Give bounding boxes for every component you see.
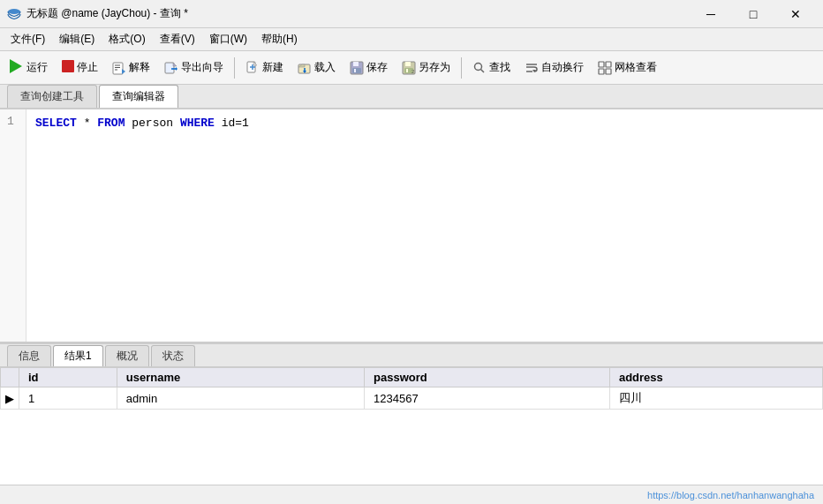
run-icon <box>10 59 24 76</box>
menu-view[interactable]: 查看(V) <box>153 30 202 49</box>
header-password: password <box>365 368 610 387</box>
load-label: 载入 <box>314 60 336 75</box>
sql-editor-area[interactable]: 1 SELECT * FROM person WHERE id=1 <box>0 109 823 343</box>
export-label: 导出向导 <box>181 60 223 75</box>
svg-marker-7 <box>173 63 177 66</box>
bottom-tabs-bar: 信息 结果1 概况 状态 <box>0 344 823 367</box>
restore-button[interactable]: □ <box>733 2 774 26</box>
status-bar: https://blog.csdn.net/hanhanwanghaha <box>0 485 823 504</box>
stop-button[interactable]: 停止 <box>56 56 104 79</box>
explain-label: 解释 <box>129 60 150 75</box>
editor-tabs-bar: 查询创建工具 查询编辑器 <box>0 85 823 109</box>
sql-star: * <box>84 117 98 130</box>
tab-query-builder[interactable]: 查询创建工具 <box>7 85 97 108</box>
line-number-1: 1 <box>7 115 19 128</box>
svg-point-26 <box>475 63 482 70</box>
results-area: id username password address ▶ 1 admin 1… <box>0 367 823 485</box>
autowrap-label: 自动换行 <box>541 60 584 75</box>
header-pointer <box>1 368 19 387</box>
svg-line-27 <box>481 69 485 72</box>
app-icon <box>7 7 21 21</box>
tab-status[interactable]: 状态 <box>151 345 195 366</box>
keyword-from: FROM <box>97 117 125 130</box>
svg-rect-6 <box>165 63 174 73</box>
save-button[interactable]: 保存 <box>344 56 394 79</box>
keyword-select: SELECT <box>35 117 77 130</box>
new-button[interactable]: 新建 <box>239 56 290 79</box>
line-numbers: 1 <box>0 109 26 342</box>
svg-rect-33 <box>606 62 611 67</box>
svg-rect-32 <box>599 62 604 67</box>
menu-file[interactable]: 文件(F) <box>4 30 52 49</box>
menu-window[interactable]: 窗口(W) <box>202 30 254 49</box>
svg-rect-34 <box>599 69 604 74</box>
export-button[interactable]: 导出向导 <box>158 56 230 79</box>
tab-profile[interactable]: 概况 <box>105 345 149 366</box>
menu-edit[interactable]: 编辑(E) <box>52 30 102 49</box>
sql-line-1: SELECT * FROM person WHERE id=1 <box>35 115 814 133</box>
tab-results1[interactable]: 结果1 <box>53 345 103 366</box>
title-bar: 无标题 @name (JayChou) - 查询 * ─ □ ✕ <box>0 0 823 28</box>
keyword-where: WHERE <box>180 117 215 130</box>
menu-bar: 文件(F) 编辑(E) 格式(O) 查看(V) 窗口(W) 帮助(H) <box>0 28 823 51</box>
menu-help[interactable]: 帮助(H) <box>254 30 305 49</box>
save-icon <box>350 61 364 75</box>
gridview-label: 网格查看 <box>615 60 657 75</box>
grid-icon <box>598 61 612 75</box>
new-label: 新建 <box>262 60 283 75</box>
search-icon <box>472 61 487 75</box>
sql-editor-content[interactable]: SELECT * FROM person WHERE id=1 <box>26 109 823 342</box>
tab-info[interactable]: 信息 <box>7 345 51 366</box>
stop-label: 停止 <box>77 60 98 75</box>
separator-1 <box>234 57 235 79</box>
row-pointer: ▶ <box>1 387 19 410</box>
svg-rect-18 <box>353 62 359 66</box>
header-id: id <box>19 368 117 387</box>
window-title: 无标题 @name (JayChou) - 查询 * <box>26 6 691 21</box>
toolbar: 运行 停止 解释 导出向导 <box>0 51 823 85</box>
menu-format[interactable]: 格式(O) <box>102 30 152 49</box>
svg-rect-24 <box>406 69 408 72</box>
find-label: 查找 <box>489 60 510 75</box>
sql-table-name: person <box>132 117 180 130</box>
autowrap-button[interactable]: 自动换行 <box>518 56 590 79</box>
sql-condition: id=1 <box>222 117 249 130</box>
results-table: id username password address ▶ 1 admin 1… <box>0 367 823 410</box>
saveas-icon: 2 <box>402 61 416 75</box>
bottom-panel: 信息 结果1 概况 状态 id username password addres… <box>0 343 823 485</box>
new-icon <box>245 61 260 75</box>
close-button[interactable]: ✕ <box>775 2 816 26</box>
autowrap-icon <box>525 61 539 75</box>
explain-icon <box>112 61 126 75</box>
window-controls: ─ □ ✕ <box>691 2 816 26</box>
export-icon <box>164 61 178 75</box>
load-button[interactable]: 载入 <box>291 56 342 79</box>
separator-2 <box>461 57 462 79</box>
explain-button[interactable]: 解释 <box>106 56 156 79</box>
run-button[interactable]: 运行 <box>4 56 54 79</box>
svg-rect-1 <box>113 63 123 74</box>
save-label: 保存 <box>366 60 388 75</box>
svg-rect-20 <box>354 69 356 72</box>
table-header-row: id username password address <box>1 368 823 387</box>
table-row[interactable]: ▶ 1 admin 1234567 四川 <box>1 387 823 410</box>
svg-point-0 <box>8 9 20 14</box>
saveas-label: 另存为 <box>419 60 450 75</box>
gridview-button[interactable]: 网格查看 <box>592 56 663 79</box>
minimize-button[interactable]: ─ <box>691 2 731 26</box>
saveas-button[interactable]: 2 另存为 <box>396 56 457 79</box>
watermark-text: https://blog.csdn.net/hanhanwanghaha <box>647 490 814 500</box>
run-label: 运行 <box>26 60 48 75</box>
header-username: username <box>117 368 364 387</box>
stop-icon <box>62 60 74 75</box>
cell-address: 四川 <box>609 387 822 410</box>
svg-rect-22 <box>405 62 411 66</box>
svg-marker-5 <box>122 69 125 74</box>
cell-username: admin <box>117 387 364 410</box>
header-address: address <box>609 368 822 387</box>
cell-id: 1 <box>19 387 117 410</box>
tab-query-editor[interactable]: 查询编辑器 <box>99 85 178 108</box>
find-button[interactable]: 查找 <box>466 56 517 79</box>
load-icon <box>298 61 312 75</box>
svg-rect-35 <box>606 69 611 74</box>
